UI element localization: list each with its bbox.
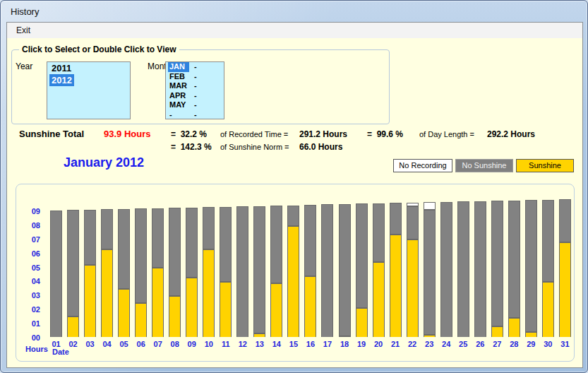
x-tick-03: 03	[82, 340, 99, 348]
segment-no-sunshine	[85, 211, 95, 264]
month-item-apr[interactable]: APR-	[166, 91, 224, 101]
year-listbox[interactable]: 2011 2012	[47, 61, 131, 119]
bar-day-16	[304, 205, 316, 337]
bar-day-05	[118, 209, 130, 337]
segment-no-sunshine	[203, 208, 214, 249]
segment-no-sunshine	[254, 207, 265, 333]
segment-sunshine	[492, 326, 503, 337]
stat-daylength-hours: 292.2 Hours	[487, 129, 535, 139]
segment-sunshine	[288, 225, 299, 337]
segment-sunshine	[85, 264, 95, 337]
segment-no-sunshine	[220, 208, 231, 281]
segment-no-sunshine	[373, 204, 384, 261]
month-item-mar[interactable]: MAR-	[166, 81, 224, 91]
month-listbox[interactable]: JAN- FEB- MAR- APR- MAY- --	[165, 61, 224, 119]
segment-sunshine	[526, 331, 536, 337]
segment-sunshine	[271, 283, 282, 337]
x-tick-31: 31	[556, 340, 573, 348]
segment-sunshine	[119, 288, 129, 337]
chart-month-title: January 2012	[64, 155, 144, 170]
stat-pct-recorded: = 32.2 %	[171, 129, 207, 139]
stat-recorded-hours: 291.2 Hours	[299, 129, 347, 139]
legend-no-recording[interactable]: No Recording	[393, 159, 452, 172]
menu-exit[interactable]: Exit	[7, 23, 40, 38]
segment-no-sunshine	[152, 209, 163, 267]
y-tick-00: 00	[22, 333, 40, 342]
bar-day-03	[84, 210, 96, 337]
segment-no-sunshine	[356, 204, 367, 307]
y-tick-01: 01	[22, 319, 40, 328]
segment-no-sunshine	[51, 211, 61, 337]
bar-day-01	[50, 211, 62, 337]
menu-bar: Exit	[7, 23, 582, 38]
bar-day-27	[491, 201, 503, 337]
month-item-jan[interactable]: JAN-	[166, 62, 224, 72]
segment-no-sunshine	[340, 205, 350, 336]
x-tick-17: 17	[319, 340, 336, 348]
x-tick-08: 08	[167, 340, 184, 348]
y-tick-02: 02	[22, 305, 40, 314]
bar-day-31	[559, 199, 571, 337]
y-axis-title: Hours	[25, 345, 48, 353]
bar-day-10	[203, 207, 215, 337]
year-item-2011[interactable]: 2011	[47, 62, 130, 74]
selector-group-title: Click to Select or Double Click to View	[19, 45, 179, 54]
segment-no-sunshine	[492, 201, 503, 326]
segment-sunshine	[509, 317, 520, 337]
segment-no-sunshine	[186, 208, 197, 277]
segment-no-sunshine	[509, 201, 520, 318]
x-tick-27: 27	[488, 340, 505, 348]
segment-no-recording	[424, 203, 435, 211]
segment-no-sunshine	[543, 201, 553, 281]
stat-desc-norm: of Sunshine Norm =	[220, 143, 289, 151]
x-tick-04: 04	[99, 340, 116, 348]
x-tick-20: 20	[370, 340, 387, 348]
segment-sunshine	[136, 302, 146, 337]
segment-sunshine	[254, 333, 265, 337]
sunshine-total-label: Sunshine Total	[19, 129, 84, 139]
title-bar[interactable]: History	[1, 1, 587, 22]
segment-sunshine	[68, 316, 78, 337]
x-tick-21: 21	[387, 340, 404, 348]
segment-no-sunshine	[288, 206, 299, 225]
bar-day-15	[287, 206, 299, 337]
x-tick-26: 26	[472, 340, 488, 348]
x-tick-12: 12	[234, 340, 251, 348]
legend-sunshine[interactable]: Sunshine	[516, 159, 574, 172]
x-tick-06: 06	[133, 340, 150, 348]
bar-day-07	[152, 208, 164, 337]
month-item-may[interactable]: MAY-	[166, 100, 224, 110]
stat-norm-hours: 66.0 Hours	[299, 142, 342, 152]
client-area: Exit Click to Select or Double Click to …	[6, 22, 583, 368]
stat-desc-recorded: of Recorded Time =	[220, 130, 288, 138]
stat-pct-norm: = 142.3 %	[171, 142, 212, 152]
x-tick-09: 09	[184, 340, 200, 348]
bar-day-04	[101, 209, 113, 337]
x-tick-29: 29	[522, 340, 539, 348]
segment-no-sunshine	[441, 203, 452, 337]
segment-sunshine	[560, 242, 570, 337]
segment-no-sunshine	[136, 209, 146, 302]
plot-area: Hours Date 00010203040506070809010203040…	[16, 184, 574, 361]
x-tick-10: 10	[200, 340, 217, 348]
x-tick-02: 02	[65, 340, 82, 348]
x-tick-28: 28	[505, 340, 522, 348]
x-tick-16: 16	[302, 340, 319, 348]
bar-day-30	[542, 200, 554, 337]
legend-no-sunshine[interactable]: No Sunshine	[455, 159, 513, 172]
segment-sunshine	[203, 249, 214, 337]
bar-day-19	[356, 203, 368, 337]
x-tick-14: 14	[268, 340, 285, 348]
y-tick-07: 07	[22, 235, 40, 244]
month-item-blank[interactable]: --	[166, 110, 224, 120]
stat-pct-daylength: = 99.6 %	[367, 129, 403, 139]
y-tick-09: 09	[22, 207, 40, 215]
bar-day-26	[474, 201, 486, 337]
segment-sunshine	[305, 276, 316, 337]
x-tick-07: 07	[150, 340, 167, 348]
x-tick-18: 18	[336, 340, 353, 348]
year-item-2012[interactable]: 2012	[47, 74, 130, 86]
segment-no-sunshine	[390, 203, 401, 233]
month-item-feb[interactable]: FEB-	[166, 72, 224, 82]
segment-sunshine	[152, 267, 163, 337]
